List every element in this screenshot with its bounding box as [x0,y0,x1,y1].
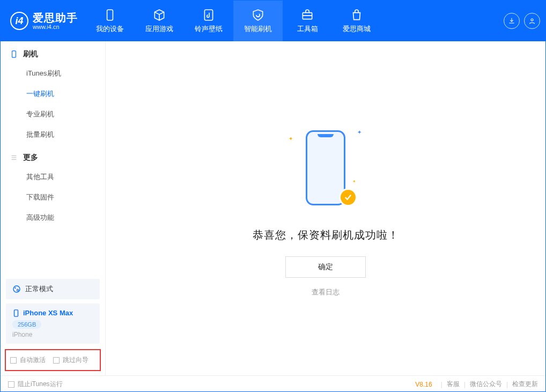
app-name-cn: 爱思助手 [33,12,78,24]
tab-toolbox[interactable]: 工具箱 [283,1,332,41]
toolbox-icon [300,8,314,22]
phone-small-icon [12,309,20,317]
sidebar-group-more: 更多 [1,145,105,167]
tab-label: 我的设备 [96,24,124,34]
group-title-text: 更多 [23,153,38,162]
device-type: iPhone [12,331,93,338]
tab-apps-games[interactable]: 应用游戏 [135,1,184,41]
success-message: 恭喜您，保资料刷机成功啦！ [253,228,399,242]
group-title-text: 刷机 [23,49,38,59]
device-card[interactable]: iPhone XS Max 256GB iPhone [6,304,100,344]
footer-link-support[interactable]: 客服 [447,380,460,389]
sidebar-group-flash: 刷机 [1,41,105,63]
device-name: iPhone XS Max [12,309,93,317]
version-label: V8.16 [415,381,432,388]
checkbox-label: 自动激活 [20,356,46,365]
sidebar: 刷机 iTunes刷机 一键刷机 专业刷机 批量刷机 更多 其他工具 下载固件 … [1,41,106,375]
tab-store[interactable]: 爱思商城 [332,1,381,41]
sparkle-icon: ✦ [357,129,361,135]
bag-icon [350,8,364,22]
checkbox-skip-guide[interactable]: 跳过向导 [53,356,88,365]
footer-link-wechat[interactable]: 微信公众号 [470,380,502,389]
svg-rect-3 [204,10,212,20]
download-button[interactable] [504,13,520,29]
tab-smart-flash[interactable]: 智能刷机 [233,1,283,41]
checkbox-auto-activate[interactable]: 自动激活 [10,356,46,365]
view-log-link[interactable]: 查看日志 [312,287,340,297]
checkbox-icon [10,357,17,364]
cube-icon [152,8,166,22]
svg-rect-2 [107,10,113,20]
header-right [504,1,545,41]
phone-icon [103,8,117,22]
sidebar-item-advanced[interactable]: 高级功能 [1,208,105,228]
sidebar-item-pro-flash[interactable]: 专业刷机 [1,104,105,124]
checkbox-icon [8,381,14,388]
sidebar-item-other-tools[interactable]: 其他工具 [1,167,105,187]
device-icon [10,50,18,58]
tab-label: 工具箱 [297,24,318,34]
svg-point-8 [14,287,16,289]
svg-point-5 [531,19,533,21]
sidebar-item-itunes-flash[interactable]: iTunes刷机 [1,63,105,84]
logo-icon: i4 [10,12,28,30]
tab-my-device[interactable]: 我的设备 [85,1,135,41]
footer-link-update[interactable]: 检查更新 [512,380,538,389]
checkbox-label: 阻止iTunes运行 [18,380,63,389]
tab-label: 铃声壁纸 [195,24,223,34]
svg-rect-6 [12,51,16,57]
checkbox-icon [53,357,60,364]
app-name-en: www.i4.cn [33,24,78,30]
account-button[interactable] [524,13,540,29]
status-bar: 阻止iTunes运行 V8.16 | 客服 | 微信公众号 | 检查更新 [1,375,545,392]
svg-point-9 [17,289,18,291]
ok-button[interactable]: 确定 [285,256,366,278]
sparkle-icon: ✦ [352,179,356,184]
tab-ringtones[interactable]: 铃声壁纸 [184,1,233,41]
header-tabs: 我的设备 应用游戏 铃声壁纸 智能刷机 工具箱 爱思商城 [85,1,381,41]
check-badge-icon [339,188,357,206]
app-logo: i4 爱思助手 www.i4.cn [1,1,85,41]
music-icon [202,8,216,22]
list-icon [10,154,18,161]
success-illustration: ✦ ✦ ✦ [296,120,355,216]
tab-label: 智能刷机 [244,24,272,34]
checkbox-label: 跳过向导 [63,356,88,365]
main-content: ✦ ✦ ✦ 恭喜您，保资料刷机成功啦！ 确定 查看日志 [106,41,545,375]
checkbox-block-itunes[interactable]: 阻止iTunes运行 [8,380,63,389]
refresh-shield-icon [251,8,265,22]
tab-label: 爱思商城 [343,24,371,34]
sidebar-item-oneclick-flash[interactable]: 一键刷机 [1,84,105,104]
svg-rect-10 [14,309,18,316]
mode-icon [12,285,21,293]
mode-card[interactable]: 正常模式 [6,279,100,299]
app-header: i4 爱思助手 www.i4.cn 我的设备 应用游戏 铃声壁纸 智能刷机 工具… [1,1,545,41]
sidebar-item-batch-flash[interactable]: 批量刷机 [1,124,105,145]
sidebar-item-download-firmware[interactable]: 下载固件 [1,187,105,208]
flash-options-box: 自动激活 跳过向导 [5,349,101,371]
capacity-badge: 256GB [12,320,41,329]
mode-label: 正常模式 [25,284,53,294]
svg-point-7 [13,286,20,292]
sparkle-icon: ✦ [289,136,293,142]
tab-label: 应用游戏 [145,24,173,34]
